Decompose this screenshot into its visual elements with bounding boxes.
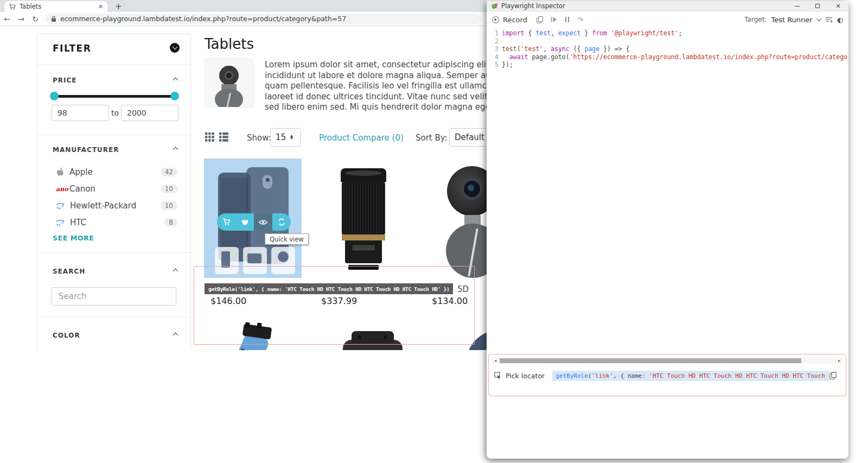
listing-toolbar: Show: 15 ▲▼ Product Compare (0) Sort By:… bbox=[204, 127, 487, 149]
list-view-icon[interactable] bbox=[219, 132, 228, 142]
clear-log-icon[interactable] bbox=[825, 16, 833, 23]
price-slider-min-handle[interactable] bbox=[50, 92, 59, 100]
see-more-link[interactable]: SEE MORE bbox=[53, 234, 94, 242]
code-editor[interactable]: 1import { test, expect } from '@playwrig… bbox=[487, 29, 848, 69]
wishlist-button[interactable] bbox=[235, 213, 254, 231]
minimize-button[interactable] bbox=[787, 1, 807, 11]
resume-icon[interactable] bbox=[551, 16, 557, 23]
target-label: Target: bbox=[744, 16, 767, 23]
product-tile-htc-touch-hd[interactable] bbox=[204, 158, 302, 278]
pick-locator-panel: ◂ ▸ Pick locator getByRole('link', { nam… bbox=[488, 354, 846, 396]
horizontal-scrollbar[interactable]: ◂ ▸ bbox=[492, 357, 843, 364]
price-section-header[interactable]: PRICE bbox=[53, 77, 77, 84]
tab-close-icon[interactable]: ✕ bbox=[98, 4, 103, 10]
maximize-button[interactable] bbox=[807, 1, 828, 11]
url-text: ecommerce-playground.lambdatest.io/index… bbox=[60, 15, 346, 23]
sort-by-label: Sort By: bbox=[416, 133, 448, 143]
manufacturer-item-canon[interactable]: ano Canon 10 bbox=[56, 182, 177, 195]
locator-tooltip: getByRole('link', { name: 'HTC Touch HD … bbox=[205, 283, 453, 294]
browser-tab[interactable]: Tablets ✕ bbox=[4, 1, 107, 12]
filter-title: FILTER bbox=[53, 43, 91, 54]
filter-panel: FILTER PRICE to MANUFACTURER Apple bbox=[37, 34, 191, 350]
product-tile-lens[interactable] bbox=[315, 158, 412, 278]
count-badge: 8 bbox=[164, 218, 177, 227]
cart-favicon bbox=[9, 3, 16, 10]
playwright-logo-icon bbox=[491, 3, 498, 9]
scrollbar-thumb[interactable] bbox=[500, 358, 801, 363]
record-icon[interactable] bbox=[492, 16, 499, 23]
sidebar-search-input[interactable] bbox=[52, 287, 176, 306]
color-chevron-up-icon[interactable] bbox=[173, 333, 178, 338]
count-badge: 42 bbox=[161, 168, 177, 176]
partial-product-title[interactable]: 5D bbox=[457, 284, 469, 294]
quick-view-button[interactable] bbox=[254, 213, 272, 231]
show-select[interactable]: 15 ▲▼ bbox=[270, 128, 301, 147]
count-badge: 10 bbox=[161, 185, 177, 193]
copy-code-icon[interactable] bbox=[537, 16, 543, 23]
lock-icon bbox=[51, 16, 56, 22]
pick-locator-row: Pick locator getByRole('link', { name: '… bbox=[489, 367, 846, 384]
quick-view-tooltip: Quick view bbox=[265, 233, 309, 245]
inspector-window-title: Playwright Inspector bbox=[501, 2, 787, 10]
sort-select[interactable]: Default bbox=[449, 128, 487, 147]
category-image bbox=[205, 59, 253, 107]
manufacturer-item-apple[interactable]: Apple 42 bbox=[56, 166, 177, 179]
product-action-bar bbox=[217, 213, 291, 231]
record-label[interactable]: Record bbox=[503, 16, 527, 24]
inspector-title-bar[interactable]: Playwright Inspector ✕ bbox=[487, 1, 848, 11]
scroll-right-icon[interactable]: ▸ bbox=[836, 358, 843, 363]
step-over-icon[interactable]: ↷ bbox=[577, 16, 583, 24]
inspector-toolbar: Record ↷ Target: Test Runner ◐ bbox=[487, 11, 848, 28]
select-caret-icon: ▲▼ bbox=[290, 135, 293, 140]
playwright-inspector-window: Playwright Inspector ✕ Record ↷ Target: … bbox=[487, 1, 848, 459]
manufacturer-item-htc[interactable]: HTC 8 bbox=[56, 216, 177, 229]
price-slider-max-handle[interactable] bbox=[170, 92, 179, 100]
scroll-left-icon[interactable]: ◂ bbox=[492, 358, 499, 363]
price-slider[interactable] bbox=[52, 95, 177, 98]
browser-tab-strip: Tablets ✕ + bbox=[0, 0, 487, 12]
forward-icon[interactable]: → bbox=[14, 15, 28, 23]
hp-logo-icon bbox=[56, 202, 65, 210]
count-badge: 10 bbox=[161, 201, 177, 210]
product-price: $134.00 bbox=[432, 296, 468, 306]
add-to-cart-button[interactable] bbox=[217, 213, 235, 231]
ecommerce-page: FILTER PRICE to MANUFACTURER Apple bbox=[0, 26, 487, 350]
grid-view-icon[interactable] bbox=[205, 132, 214, 142]
color-section-header[interactable]: COLOR bbox=[53, 332, 80, 339]
theme-toggle-icon[interactable]: ◐ bbox=[837, 16, 843, 24]
target-chevron-icon[interactable] bbox=[816, 16, 821, 21]
search-chevron-up-icon[interactable] bbox=[173, 269, 178, 274]
product-price: $146.00 bbox=[210, 296, 246, 306]
new-tab-button[interactable]: + bbox=[115, 2, 122, 11]
pick-locator-icon[interactable] bbox=[494, 372, 501, 379]
category-description: Lorem ipsum dolor sit amet, consectetur … bbox=[265, 60, 487, 113]
filter-collapse-icon[interactable] bbox=[170, 43, 180, 53]
compare-button[interactable] bbox=[272, 213, 291, 231]
price-chevron-up-icon[interactable] bbox=[173, 78, 178, 83]
screenshot-stage: Tablets ✕ + ← → ↻ ecommerce-playground.l… bbox=[0, 0, 868, 463]
price-max-input[interactable] bbox=[121, 105, 178, 121]
manufacturer-item-hp[interactable]: Hewlett-Packard 10 bbox=[56, 199, 177, 212]
locator-expression[interactable]: getByRole('link', { name: 'HTC Touch HD … bbox=[552, 371, 829, 381]
tab-title: Tablets bbox=[20, 3, 94, 10]
search-section-header[interactable]: SEARCH bbox=[53, 268, 85, 275]
back-icon[interactable]: ← bbox=[0, 15, 14, 23]
product-price: $337.99 bbox=[321, 296, 357, 306]
pause-icon[interactable] bbox=[565, 16, 570, 23]
reload-icon[interactable]: ↻ bbox=[28, 15, 42, 23]
pick-locator-label[interactable]: Pick locator bbox=[506, 372, 545, 380]
copy-locator-icon[interactable] bbox=[829, 372, 837, 379]
browser-toolbar: ← → ↻ ecommerce-playground.lambdatest.io… bbox=[0, 12, 487, 26]
product-tile-camera[interactable] bbox=[425, 158, 487, 278]
manufacturer-section-header[interactable]: MANUFACTURER bbox=[53, 146, 119, 154]
manufacturer-chevron-up-icon[interactable] bbox=[173, 147, 178, 153]
url-bar[interactable]: ecommerce-playground.lambdatest.io/index… bbox=[46, 14, 481, 24]
price-min-input[interactable] bbox=[52, 105, 109, 121]
target-select[interactable]: Test Runner bbox=[771, 16, 812, 24]
close-button[interactable]: ✕ bbox=[828, 1, 848, 11]
canon-logo-icon: ano bbox=[56, 186, 64, 193]
page-title: Tablets bbox=[205, 36, 254, 52]
htc-logo-icon bbox=[56, 219, 65, 226]
product-compare-link[interactable]: Product Compare (0) bbox=[319, 133, 404, 143]
price-to-label: to bbox=[111, 109, 119, 117]
